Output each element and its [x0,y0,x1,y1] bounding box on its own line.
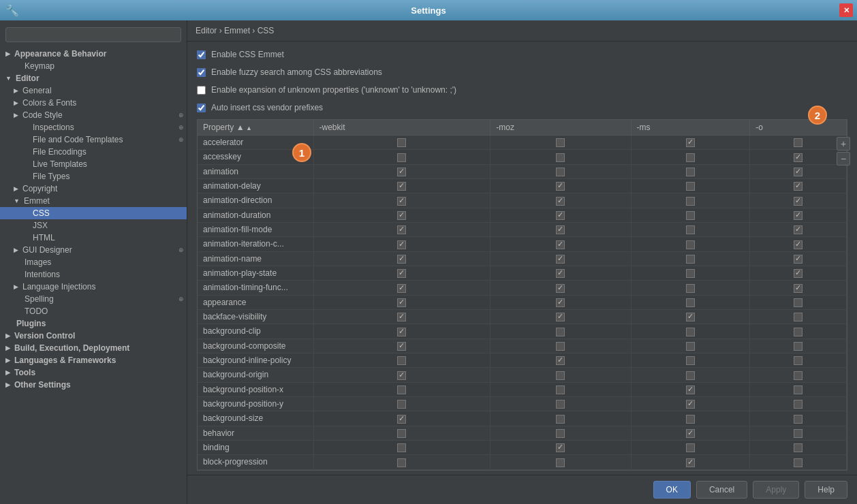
webkit-cell[interactable] [313,150,490,164]
o-cell[interactable] [750,251,847,266]
enable-fuzzy-search-checkbox[interactable] [197,68,206,77]
webkit-checkbox[interactable] [397,385,406,394]
webkit-checkbox[interactable] [397,284,406,293]
ms-cell[interactable] [631,295,750,309]
sidebar-item-editor[interactable]: ▼Editor [0,72,187,84]
ms-cell[interactable] [631,338,750,353]
ms-cell[interactable] [631,309,750,324]
sidebar-item-live-templates[interactable]: Live Templates [0,158,187,170]
ms-checkbox[interactable] [686,211,695,220]
ms-cell[interactable] [631,193,750,208]
sidebar-item-inspections[interactable]: Inspections⊕ [0,121,187,133]
o-cell[interactable] [750,309,847,324]
sidebar-item-file-encodings[interactable]: File Encodings [0,146,187,158]
sidebar-item-html[interactable]: HTML [0,232,187,244]
o-cell[interactable] [750,281,847,295]
ms-cell[interactable] [631,136,750,150]
ms-checkbox[interactable] [686,385,695,394]
webkit-checkbox[interactable] [397,138,406,147]
enable-css-emmet-checkbox[interactable] [197,50,206,59]
o-cell[interactable] [750,411,847,426]
ms-cell[interactable] [631,440,750,454]
ms-checkbox[interactable] [686,371,695,380]
moz-checkbox[interactable] [556,284,565,293]
ms-cell[interactable] [631,382,750,396]
moz-checkbox[interactable] [556,458,565,467]
moz-cell[interactable] [490,251,631,266]
moz-cell[interactable] [490,382,631,396]
moz-checkbox[interactable] [556,385,565,394]
ms-checkbox[interactable] [686,182,695,191]
o-checkbox[interactable] [794,385,803,394]
o-checkbox[interactable] [794,182,803,191]
webkit-checkbox[interactable] [397,298,406,307]
sidebar-item-colors-fonts[interactable]: ▶Colors & Fonts [0,97,187,109]
ms-cell[interactable] [631,208,750,222]
webkit-checkbox[interactable] [397,240,406,249]
o-checkbox[interactable] [794,153,803,162]
ms-checkbox[interactable] [686,225,695,234]
webkit-checkbox[interactable] [397,153,406,162]
moz-checkbox[interactable] [556,182,565,191]
ms-checkbox[interactable] [686,429,695,438]
sidebar-item-intentions[interactable]: Intentions [0,268,187,281]
webkit-cell[interactable] [313,251,490,266]
sidebar-item-css[interactable]: CSS [0,207,187,219]
moz-checkbox[interactable] [556,415,565,424]
moz-cell[interactable] [490,324,631,338]
sidebar-item-file-code-templates[interactable]: File and Code Templates⊕ [0,133,187,146]
webkit-checkbox[interactable] [397,255,406,264]
sidebar-item-general[interactable]: ▶General [0,84,187,97]
sidebar-item-other-settings[interactable]: ▶Other Settings [0,379,187,391]
webkit-checkbox[interactable] [397,168,406,176]
o-cell[interactable] [750,208,847,222]
o-checkbox[interactable] [794,328,803,336]
webkit-cell[interactable] [313,295,490,309]
o-cell[interactable] [750,396,847,411]
webkit-cell[interactable] [313,396,490,411]
webkit-checkbox[interactable] [397,313,406,321]
webkit-checkbox[interactable] [397,443,406,452]
col-o[interactable]: -o [750,120,847,136]
moz-cell[interactable] [490,426,631,440]
moz-checkbox[interactable] [556,240,565,249]
webkit-cell[interactable] [313,237,490,251]
moz-cell[interactable] [490,455,631,469]
moz-cell[interactable] [490,222,631,236]
webkit-cell[interactable] [313,338,490,353]
o-checkbox[interactable] [794,458,803,467]
ms-checkbox[interactable] [686,168,695,176]
o-cell[interactable] [750,150,847,164]
o-cell[interactable] [750,382,847,396]
o-cell[interactable] [750,222,847,236]
o-checkbox[interactable] [794,138,803,147]
webkit-cell[interactable] [313,440,490,454]
o-cell[interactable] [750,193,847,208]
o-checkbox[interactable] [794,342,803,351]
moz-cell[interactable] [490,178,631,193]
o-checkbox[interactable] [794,356,803,365]
o-cell[interactable] [750,164,847,178]
ms-cell[interactable] [631,396,750,411]
moz-cell[interactable] [490,338,631,353]
sidebar-item-tools[interactable]: ▶Tools [0,366,187,379]
ms-checkbox[interactable] [686,197,695,206]
sidebar-item-gui-designer[interactable]: ▶GUI Designer⊕ [0,244,187,256]
sidebar-item-file-types[interactable]: File Types [0,170,187,183]
ms-checkbox[interactable] [686,138,695,147]
search-input[interactable] [5,27,181,42]
moz-checkbox[interactable] [556,138,565,147]
o-cell[interactable] [750,266,847,280]
moz-cell[interactable] [490,353,631,367]
sidebar-item-plugins[interactable]: Plugins [0,317,187,330]
ms-cell[interactable] [631,150,750,164]
moz-cell[interactable] [490,396,631,411]
webkit-checkbox[interactable] [397,225,406,234]
moz-checkbox[interactable] [556,269,565,278]
webkit-checkbox[interactable] [397,342,406,351]
col-moz[interactable]: -moz [490,120,631,136]
o-cell[interactable] [750,338,847,353]
add-property-button[interactable]: + [837,137,850,151]
webkit-cell[interactable] [313,136,490,150]
o-cell[interactable] [750,440,847,454]
